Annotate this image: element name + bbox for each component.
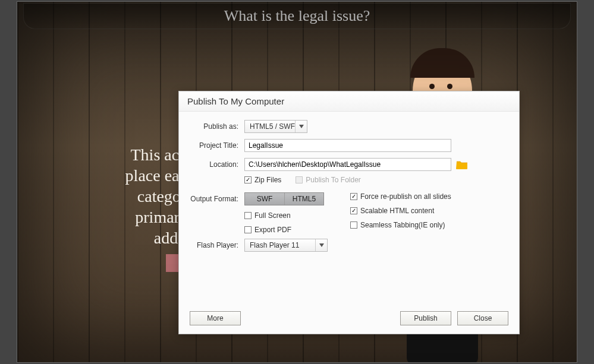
- location-input[interactable]: [244, 158, 451, 171]
- force-republish-label: Force re-publish on all slides: [360, 192, 451, 201]
- seamless-tabbing-label: Seamless Tabbing(IE only): [360, 221, 445, 229]
- export-pdf-checkbox[interactable]: Export PDF: [244, 226, 344, 234]
- output-format-swf[interactable]: SWF: [245, 193, 284, 205]
- output-format-html5[interactable]: HTML5: [284, 193, 323, 205]
- full-screen-label: Full Screen: [254, 211, 291, 220]
- chevron-down-icon: [295, 121, 307, 132]
- more-button[interactable]: More: [190, 311, 241, 325]
- chevron-down-icon: [315, 239, 327, 251]
- folder-icon[interactable]: [456, 160, 468, 169]
- export-pdf-label: Export PDF: [254, 226, 291, 234]
- publish-dialog: Publish To My Computer Publish as: HTML5…: [178, 91, 520, 334]
- publish-as-value: HTML5 / SWF: [250, 122, 295, 131]
- label-project-title: Project Title:: [190, 141, 244, 150]
- scalable-html-label: Scalable HTML content: [360, 207, 434, 215]
- publish-button[interactable]: Publish: [400, 311, 451, 325]
- flash-player-combo[interactable]: Flash Player 11: [244, 239, 328, 252]
- close-button[interactable]: Close: [457, 311, 508, 325]
- label-publish-as: Publish as:: [190, 122, 244, 131]
- scalable-html-checkbox[interactable]: ✓ Scalable HTML content: [350, 207, 508, 215]
- label-location: Location:: [190, 160, 244, 169]
- publish-to-folder-checkbox: Publish To Folder: [296, 176, 361, 184]
- publish-to-folder-label: Publish To Folder: [306, 176, 361, 184]
- dialog-title: Publish To My Computer: [179, 91, 519, 112]
- publish-as-combo[interactable]: HTML5 / SWF: [244, 120, 307, 133]
- project-title-input[interactable]: [244, 139, 451, 152]
- flash-player-value: Flash Player 11: [250, 241, 299, 249]
- seamless-tabbing-checkbox[interactable]: Seamless Tabbing(IE only): [350, 221, 508, 229]
- label-flash-player: Flash Player:: [190, 241, 244, 249]
- page-title: What is the legal issue?: [23, 3, 571, 29]
- force-republish-checkbox[interactable]: ✓ Force re-publish on all slides: [350, 192, 508, 201]
- zip-files-checkbox[interactable]: ✓ Zip Files: [244, 176, 281, 184]
- zip-files-label: Zip Files: [254, 176, 281, 184]
- label-output-format: Output Format:: [190, 195, 244, 203]
- full-screen-checkbox[interactable]: Full Screen: [244, 211, 344, 220]
- output-format-segmented[interactable]: SWF HTML5: [244, 192, 324, 205]
